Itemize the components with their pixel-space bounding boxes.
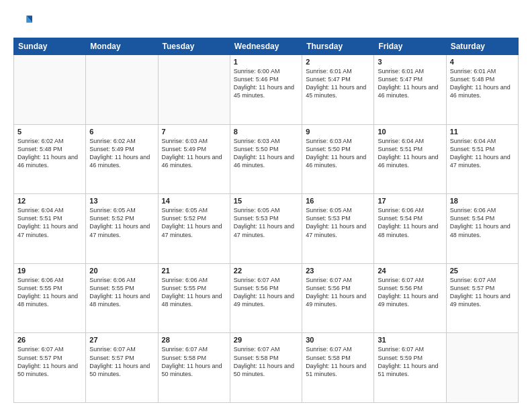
day-info: Sunrise: 6:03 AMSunset: 5:50 PMDaylight:… [234,137,298,170]
calendar-cell: 14Sunrise: 6:05 AMSunset: 5:52 PMDayligh… [158,194,230,264]
day-info: Sunrise: 6:05 AMSunset: 5:53 PMDaylight:… [234,206,298,239]
calendar-cell: 13Sunrise: 6:05 AMSunset: 5:52 PMDayligh… [86,194,158,264]
day-info: Sunrise: 6:02 AMSunset: 5:48 PMDaylight:… [17,137,82,170]
weekday-header-saturday: Saturday [446,38,518,55]
day-info: Sunrise: 6:05 AMSunset: 5:53 PMDaylight:… [306,206,370,239]
calendar-cell [14,55,86,125]
day-info: Sunrise: 6:05 AMSunset: 5:52 PMDaylight:… [89,206,154,239]
day-number: 19 [17,267,82,275]
day-info: Sunrise: 6:07 AMSunset: 5:57 PMDaylight:… [450,276,515,309]
calendar-cell: 12Sunrise: 6:04 AMSunset: 5:51 PMDayligh… [14,194,86,264]
calendar-cell: 26Sunrise: 6:07 AMSunset: 5:57 PMDayligh… [14,333,86,403]
header [13,12,519,31]
calendar-cell: 19Sunrise: 6:06 AMSunset: 5:55 PMDayligh… [14,263,86,333]
calendar-cell: 31Sunrise: 6:07 AMSunset: 5:59 PMDayligh… [374,333,446,403]
day-info: Sunrise: 6:04 AMSunset: 5:51 PMDaylight:… [450,137,515,170]
day-number: 18 [450,197,515,205]
calendar-cell: 27Sunrise: 6:07 AMSunset: 5:57 PMDayligh… [86,333,158,403]
calendar-cell: 28Sunrise: 6:07 AMSunset: 5:58 PMDayligh… [158,333,230,403]
calendar-cell: 9Sunrise: 6:03 AMSunset: 5:50 PMDaylight… [302,124,374,194]
day-number: 4 [450,58,515,66]
day-number: 27 [89,336,154,344]
day-number: 25 [450,267,515,275]
calendar-cell: 5Sunrise: 6:02 AMSunset: 5:48 PMDaylight… [14,124,86,194]
day-number: 12 [17,197,82,205]
day-info: Sunrise: 6:02 AMSunset: 5:49 PMDaylight:… [89,137,154,170]
day-info: Sunrise: 6:04 AMSunset: 5:51 PMDaylight:… [378,137,442,170]
calendar-cell: 29Sunrise: 6:07 AMSunset: 5:58 PMDayligh… [230,333,302,403]
day-number: 11 [450,128,515,136]
day-number: 21 [162,267,226,275]
calendar-week-row: 1Sunrise: 6:00 AMSunset: 5:46 PMDaylight… [14,55,519,125]
day-info: Sunrise: 6:01 AMSunset: 5:47 PMDaylight:… [378,67,442,100]
calendar-cell: 15Sunrise: 6:05 AMSunset: 5:53 PMDayligh… [230,194,302,264]
calendar-cell: 18Sunrise: 6:06 AMSunset: 5:54 PMDayligh… [446,194,518,264]
day-info: Sunrise: 6:07 AMSunset: 5:57 PMDaylight:… [89,345,154,378]
day-info: Sunrise: 6:03 AMSunset: 5:49 PMDaylight:… [162,137,226,170]
calendar-cell: 16Sunrise: 6:05 AMSunset: 5:53 PMDayligh… [302,194,374,264]
weekday-header-friday: Friday [374,38,446,55]
calendar-cell: 17Sunrise: 6:06 AMSunset: 5:54 PMDayligh… [374,194,446,264]
day-number: 6 [89,128,154,136]
day-info: Sunrise: 6:06 AMSunset: 5:54 PMDaylight:… [450,206,515,239]
day-info: Sunrise: 6:01 AMSunset: 5:47 PMDaylight:… [306,67,370,100]
day-number: 23 [306,267,370,275]
calendar-cell [446,333,518,403]
day-number: 3 [378,58,442,66]
day-info: Sunrise: 6:07 AMSunset: 5:58 PMDaylight:… [234,345,298,378]
day-info: Sunrise: 6:06 AMSunset: 5:55 PMDaylight:… [17,276,82,309]
day-info: Sunrise: 6:06 AMSunset: 5:55 PMDaylight:… [162,276,226,309]
day-info: Sunrise: 6:00 AMSunset: 5:46 PMDaylight:… [234,67,298,100]
day-number: 31 [378,336,442,344]
calendar-cell: 24Sunrise: 6:07 AMSunset: 5:56 PMDayligh… [374,263,446,333]
weekday-header-tuesday: Tuesday [158,38,230,55]
logo-icon [13,12,32,31]
day-number: 30 [306,336,370,344]
calendar-cell: 3Sunrise: 6:01 AMSunset: 5:47 PMDaylight… [374,55,446,125]
day-number: 22 [234,267,298,275]
day-number: 5 [17,128,82,136]
calendar-cell: 21Sunrise: 6:06 AMSunset: 5:55 PMDayligh… [158,263,230,333]
day-number: 17 [378,197,442,205]
calendar-cell: 6Sunrise: 6:02 AMSunset: 5:49 PMDaylight… [86,124,158,194]
day-number: 16 [306,197,370,205]
calendar-cell: 2Sunrise: 6:01 AMSunset: 5:47 PMDaylight… [302,55,374,125]
calendar-cell: 20Sunrise: 6:06 AMSunset: 5:55 PMDayligh… [86,263,158,333]
day-info: Sunrise: 6:06 AMSunset: 5:55 PMDaylight:… [89,276,154,309]
weekday-header-row: SundayMondayTuesdayWednesdayThursdayFrid… [14,38,519,55]
day-number: 9 [306,128,370,136]
calendar-cell: 7Sunrise: 6:03 AMSunset: 5:49 PMDaylight… [158,124,230,194]
day-number: 20 [89,267,154,275]
day-number: 29 [234,336,298,344]
day-info: Sunrise: 6:03 AMSunset: 5:50 PMDaylight:… [306,137,370,170]
calendar-week-row: 12Sunrise: 6:04 AMSunset: 5:51 PMDayligh… [14,194,519,264]
day-number: 7 [162,128,226,136]
day-info: Sunrise: 6:07 AMSunset: 5:58 PMDaylight:… [306,345,370,378]
day-info: Sunrise: 6:05 AMSunset: 5:52 PMDaylight:… [162,206,226,239]
calendar-week-row: 26Sunrise: 6:07 AMSunset: 5:57 PMDayligh… [14,333,519,403]
day-info: Sunrise: 6:07 AMSunset: 5:56 PMDaylight:… [234,276,298,309]
calendar-table: SundayMondayTuesdayWednesdayThursdayFrid… [13,38,519,403]
calendar-cell: 11Sunrise: 6:04 AMSunset: 5:51 PMDayligh… [446,124,518,194]
calendar-cell: 1Sunrise: 6:00 AMSunset: 5:46 PMDaylight… [230,55,302,125]
day-number: 2 [306,58,370,66]
calendar-week-row: 5Sunrise: 6:02 AMSunset: 5:48 PMDaylight… [14,124,519,194]
day-info: Sunrise: 6:07 AMSunset: 5:56 PMDaylight:… [378,276,442,309]
day-info: Sunrise: 6:07 AMSunset: 5:56 PMDaylight:… [306,276,370,309]
day-info: Sunrise: 6:04 AMSunset: 5:51 PMDaylight:… [17,206,82,239]
day-number: 1 [234,58,298,66]
weekday-header-wednesday: Wednesday [230,38,302,55]
calendar-cell: 30Sunrise: 6:07 AMSunset: 5:58 PMDayligh… [302,333,374,403]
calendar-cell: 23Sunrise: 6:07 AMSunset: 5:56 PMDayligh… [302,263,374,333]
calendar-cell [158,55,230,125]
day-info: Sunrise: 6:07 AMSunset: 5:59 PMDaylight:… [378,345,442,378]
calendar-week-row: 19Sunrise: 6:06 AMSunset: 5:55 PMDayligh… [14,263,519,333]
weekday-header-monday: Monday [86,38,158,55]
day-info: Sunrise: 6:06 AMSunset: 5:54 PMDaylight:… [378,206,442,239]
weekday-header-thursday: Thursday [302,38,374,55]
day-number: 14 [162,197,226,205]
calendar-cell: 8Sunrise: 6:03 AMSunset: 5:50 PMDaylight… [230,124,302,194]
day-number: 13 [89,197,154,205]
day-info: Sunrise: 6:07 AMSunset: 5:57 PMDaylight:… [17,345,82,378]
day-number: 10 [378,128,442,136]
